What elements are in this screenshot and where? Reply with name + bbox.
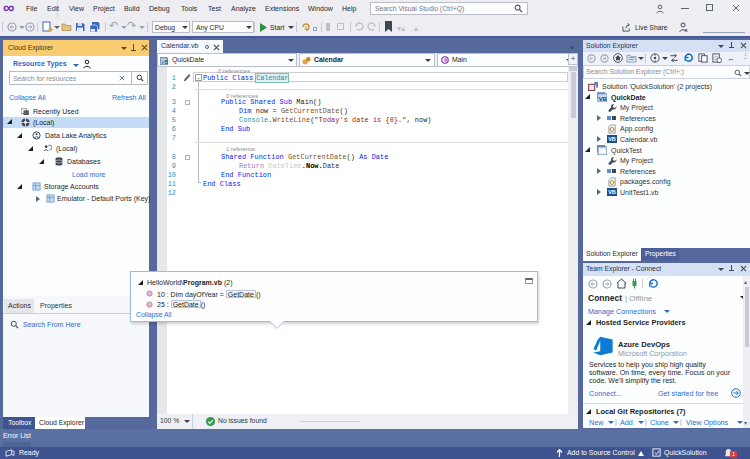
svg-text:VB: VB (599, 96, 607, 102)
svg-text:VB: VB (161, 59, 169, 65)
